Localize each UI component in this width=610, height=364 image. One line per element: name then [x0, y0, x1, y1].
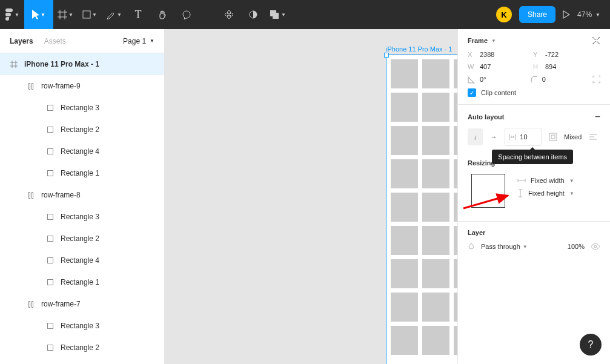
present-button[interactable] — [563, 0, 570, 29]
direction-horizontal-button[interactable]: → — [486, 128, 502, 145]
padding-icon-button[interactable] — [545, 128, 560, 145]
grid-rectangle[interactable] — [454, 159, 458, 188]
grid-rectangle[interactable] — [391, 126, 418, 155]
width-field[interactable]: W407 — [468, 63, 528, 70]
grid-rectangle[interactable] — [422, 193, 449, 222]
layer-row[interactable]: row-frame-9 — [0, 75, 164, 97]
alignment-button[interactable] — [585, 128, 600, 145]
selection-handle-tl[interactable] — [384, 53, 389, 58]
hand-tool-button[interactable] — [150, 0, 174, 29]
zoom-dropdown[interactable]: 47%▼ — [577, 10, 600, 19]
pen-tool-button[interactable]: ▼ — [102, 0, 126, 29]
vertical-resizing-dropdown[interactable]: Fixed height▼ — [517, 189, 600, 197]
grid-rectangle[interactable] — [422, 59, 449, 88]
layer-row[interactable]: Rectangle 3 — [0, 315, 164, 337]
grid-rectangle[interactable] — [422, 93, 449, 122]
spacing-tooltip: Spacing between items — [492, 150, 573, 164]
layers-tab[interactable]: Layers — [10, 37, 33, 45]
layer-row[interactable]: iPhone 11 Pro Max - 1 — [0, 53, 164, 75]
artboard-label[interactable]: iPhone 11 Pro Max - 1 — [386, 45, 452, 53]
tidy-up-icon[interactable] — [592, 36, 600, 45]
layer-row[interactable]: Rectangle 3 — [0, 97, 164, 119]
comment-tool-button[interactable] — [174, 0, 199, 29]
layers-panel: Layers Assets Page 1▼ iPhone 11 Pro Max … — [0, 29, 165, 364]
layer-row[interactable]: row-frame-8 — [0, 184, 164, 206]
independent-corners-icon[interactable] — [592, 75, 600, 84]
blend-mode-dropdown[interactable]: Pass through▼ — [481, 243, 528, 250]
padding-value[interactable]: Mixed — [564, 133, 582, 141]
component-tool-button[interactable] — [217, 0, 241, 29]
mask-tool-button[interactable] — [241, 0, 265, 29]
direction-vertical-button[interactable]: ↓ — [468, 128, 483, 145]
grid-rectangle[interactable] — [454, 293, 458, 322]
horizontal-resizing-dropdown[interactable]: Fixed width▼ — [517, 177, 600, 184]
grid-rectangle[interactable] — [422, 326, 449, 355]
grid-rectangle[interactable] — [454, 59, 458, 88]
frame-section-title[interactable]: Frame — [468, 37, 488, 44]
grid-rectangle[interactable] — [391, 59, 418, 88]
grid-rectangle[interactable] — [454, 326, 458, 355]
text-tool-button[interactable]: T — [126, 0, 150, 29]
layer-name: row-frame-9 — [41, 82, 81, 90]
blend-mode-icon[interactable] — [468, 242, 475, 251]
grid-rectangle[interactable] — [454, 93, 458, 122]
spacing-input[interactable]: 10 Spacing between items — [505, 128, 542, 146]
grid-rectangle[interactable] — [391, 293, 418, 322]
clip-content-checkbox[interactable]: ✓ — [468, 88, 476, 97]
assets-tab[interactable]: Assets — [44, 37, 66, 45]
rectangle-icon — [46, 147, 55, 156]
layer-row[interactable]: Rectangle 2 — [0, 337, 164, 359]
grid-rectangle[interactable] — [391, 226, 418, 255]
artboard-selection[interactable]: 407 × 894 — [386, 55, 457, 364]
frame-tool-button[interactable]: ▼ — [53, 0, 78, 29]
grid-rectangle[interactable] — [391, 93, 418, 122]
layer-row[interactable]: Rectangle 4 — [0, 141, 164, 162]
opacity-field[interactable]: 100% — [568, 243, 585, 250]
y-field[interactable]: Y-722 — [533, 51, 594, 58]
x-field[interactable]: X2388 — [468, 51, 528, 58]
page-dropdown[interactable]: Page 1▼ — [123, 37, 154, 45]
layer-section-title: Layer — [468, 229, 485, 236]
grid-rectangle[interactable] — [422, 226, 449, 255]
top-toolbar: ▼ ▼ ▼ ▼ ▼ T — [0, 0, 610, 29]
layer-row[interactable]: Rectangle 1 — [0, 162, 164, 184]
layer-row[interactable]: Rectangle 4 — [0, 250, 164, 271]
rectangle-icon — [46, 322, 55, 330]
grid-rectangle[interactable] — [391, 193, 418, 222]
user-avatar[interactable]: K — [496, 7, 512, 22]
figma-menu-button[interactable]: ▼ — [0, 0, 24, 29]
resizing-constraints-box[interactable] — [471, 174, 505, 208]
grid-rectangle[interactable] — [454, 126, 458, 155]
rotation-field[interactable]: 0° — [468, 75, 525, 84]
layer-row[interactable]: Rectangle 1 — [0, 271, 164, 293]
design-panel: Frame▼ X2388 Y-722 W407 H894 0° 0 ✓ Clip… — [457, 29, 610, 364]
height-field[interactable]: H894 — [533, 63, 594, 70]
frame-icon — [10, 60, 18, 68]
layer-row[interactable]: row-frame-7 — [0, 293, 164, 315]
visibility-icon[interactable] — [591, 243, 600, 250]
grid-rectangle[interactable] — [454, 226, 458, 255]
grid-rectangle[interactable] — [391, 159, 418, 188]
layer-name: row-frame-8 — [41, 191, 81, 199]
autolayout-icon — [27, 191, 35, 199]
grid-rectangle[interactable] — [454, 193, 458, 222]
boolean-tool-button[interactable]: ▼ — [265, 0, 290, 29]
canvas[interactable]: iPhone 11 Pro Max - 1 407 × 894 — [165, 29, 457, 364]
move-tool-button[interactable]: ▼ — [24, 0, 53, 29]
remove-autolayout-button[interactable]: − — [595, 112, 600, 122]
help-button[interactable]: ? — [580, 334, 602, 356]
layer-name: Rectangle 4 — [61, 256, 99, 265]
grid-rectangle[interactable] — [422, 293, 449, 322]
share-button[interactable]: Share — [519, 6, 555, 23]
grid-rectangle[interactable] — [422, 259, 449, 288]
grid-rectangle[interactable] — [391, 326, 418, 355]
layer-row[interactable]: Rectangle 2 — [0, 228, 164, 250]
corner-radius-field[interactable]: 0 — [530, 75, 588, 84]
grid-rectangle[interactable] — [422, 126, 449, 155]
shape-tool-button[interactable]: ▼ — [78, 0, 102, 29]
grid-rectangle[interactable] — [454, 259, 458, 288]
grid-rectangle[interactable] — [391, 259, 418, 288]
layer-row[interactable]: Rectangle 2 — [0, 119, 164, 141]
grid-rectangle[interactable] — [422, 159, 449, 188]
layer-row[interactable]: Rectangle 3 — [0, 206, 164, 228]
